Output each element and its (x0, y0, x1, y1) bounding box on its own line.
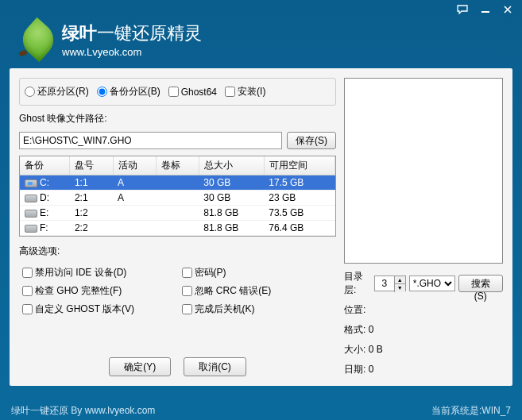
svg-rect-0 (481, 11, 489, 13)
opt-custom-ghost[interactable]: 自定义 GHOST 版本(V) (22, 302, 174, 316)
logo-leaf-icon (19, 22, 56, 59)
drive-icon (25, 225, 37, 233)
ghost64-checkbox[interactable]: Ghost64 (168, 87, 217, 98)
status-right: 当前系统是:WIN_7 (431, 404, 511, 418)
drive-icon (25, 179, 37, 187)
opt-shutdown[interactable]: 完成后关机(K) (182, 302, 334, 316)
minimize-icon[interactable] (478, 3, 493, 16)
table-header[interactable]: 卷标 (156, 156, 199, 175)
app-window: 绿叶一键还原精灵 www.Lvyeok.com 还原分区(R) 备份分区(B) … (0, 0, 522, 420)
mode-restore-radio[interactable]: 还原分区(R) (25, 85, 89, 98)
fmt-label: 格式: (344, 324, 365, 335)
table-row[interactable]: D:2:1A30 GB23 GB (20, 191, 335, 206)
opt-ignore-crc[interactable]: 忽略 CRC 错误(E) (182, 284, 334, 298)
partition-table: 备份盘号活动卷标总大小可用空间 C:1:1A30 GB17.5 GBD:2:1A… (19, 156, 336, 237)
opt-disable-ide[interactable]: 禁用访问 IDE 设备(D) (22, 266, 174, 279)
fmt-value: 0 (369, 324, 374, 335)
table-header[interactable]: 可用空间 (264, 156, 334, 175)
status-left: 绿叶一键还原 By www.lvyeok.com (11, 404, 155, 418)
close-icon[interactable] (500, 3, 516, 16)
size-value: 0 B (369, 344, 383, 355)
table-row[interactable]: E:1:281.8 GB73.5 GB (20, 206, 335, 221)
size-label: 大小: (344, 344, 365, 355)
drive-icon (25, 210, 37, 218)
search-button[interactable]: 搜索(S) (458, 275, 503, 292)
preview-pane (344, 78, 503, 264)
app-title: 绿叶一键还原精灵 (62, 23, 202, 44)
table-header[interactable]: 活动 (113, 156, 156, 175)
table-header[interactable]: 备份 (20, 156, 70, 175)
ghost-path-input[interactable] (19, 132, 282, 149)
app-url: www.Lvyeok.com (62, 46, 202, 58)
advanced-label: 高级选项: (19, 245, 336, 258)
save-button[interactable]: 保存(S) (287, 132, 336, 149)
table-row[interactable]: C:1:1A30 GB17.5 GB (20, 175, 335, 191)
ghost-path-label: Ghost 映像文件路径: (19, 112, 336, 125)
pos-label: 位置: (344, 304, 365, 315)
mode-group: 还原分区(R) 备份分区(B) Ghost64 安装(I) (19, 78, 336, 106)
opt-password[interactable]: 密码(P) (182, 266, 334, 279)
install-checkbox[interactable]: 安装(I) (225, 85, 265, 98)
dir-level-spinner[interactable]: ▲▼ (374, 276, 406, 291)
spin-down-icon[interactable]: ▼ (394, 284, 405, 292)
feedback-icon[interactable] (455, 3, 471, 16)
status-bar: 绿叶一键还原 By www.lvyeok.com 当前系统是:WIN_7 (0, 401, 522, 420)
table-header[interactable]: 盘号 (70, 156, 113, 175)
table-row[interactable]: F:2:281.8 GB76.4 GB (20, 221, 335, 236)
mode-backup-radio[interactable]: 备份分区(B) (97, 85, 160, 98)
table-header[interactable]: 总大小 (199, 156, 264, 175)
date-label: 日期: (344, 364, 365, 375)
titlebar (0, 0, 522, 19)
filter-combo[interactable]: *.GHO (409, 276, 455, 291)
cancel-button[interactable]: 取消(C) (184, 357, 246, 376)
dir-level-label: 目录层: (344, 270, 371, 297)
main-panel: 还原分区(R) 备份分区(B) Ghost64 安装(I) Ghost 映像文件… (10, 68, 512, 386)
header: 绿叶一键还原精灵 www.Lvyeok.com (0, 19, 522, 68)
date-value: 0 (369, 364, 374, 375)
drive-icon (25, 195, 37, 202)
ok-button[interactable]: 确定(Y) (109, 357, 171, 376)
spin-up-icon[interactable]: ▲ (394, 276, 405, 284)
opt-check-gho[interactable]: 检查 GHO 完整性(F) (22, 284, 174, 298)
